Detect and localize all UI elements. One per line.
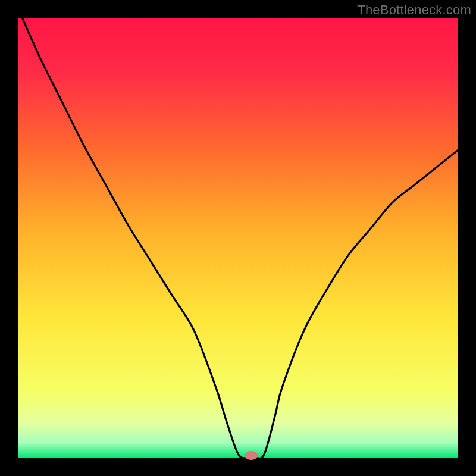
chart-frame: TheBottleneck.com bbox=[0, 0, 476, 476]
watermark-text: TheBottleneck.com bbox=[357, 2, 471, 18]
bottleneck-chart bbox=[0, 0, 476, 476]
optimum-marker bbox=[245, 451, 258, 460]
plot-background bbox=[18, 18, 458, 458]
